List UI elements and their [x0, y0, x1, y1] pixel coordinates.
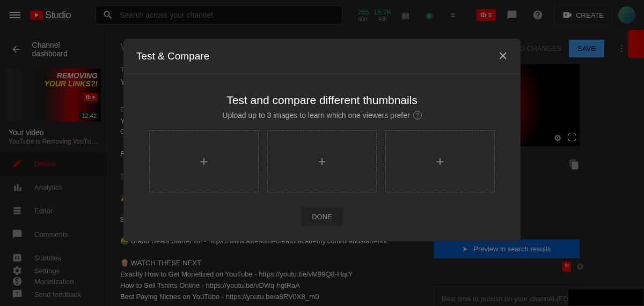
modal-subtitle: Upload up to 3 images to learn which one… — [222, 111, 409, 120]
modal-heading: Test and compare different thumbnails — [149, 94, 495, 107]
plus-icon: + — [200, 153, 208, 170]
modal-title: Test & Compare — [136, 50, 209, 62]
test-compare-modal: Test & Compare ✕ Test and compare differ… — [123, 39, 521, 241]
plus-icon: + — [436, 153, 444, 170]
upload-slot-1[interactable]: + — [149, 130, 259, 192]
done-button[interactable]: DONE — [301, 207, 343, 226]
close-icon[interactable]: ✕ — [498, 49, 508, 63]
upload-slot-2[interactable]: + — [267, 130, 377, 192]
help-icon[interactable]: ? — [413, 111, 422, 120]
upload-slot-3[interactable]: + — [385, 130, 495, 192]
plus-icon: + — [318, 153, 326, 170]
modal-overlay: Test & Compare ✕ Test and compare differ… — [0, 0, 644, 306]
